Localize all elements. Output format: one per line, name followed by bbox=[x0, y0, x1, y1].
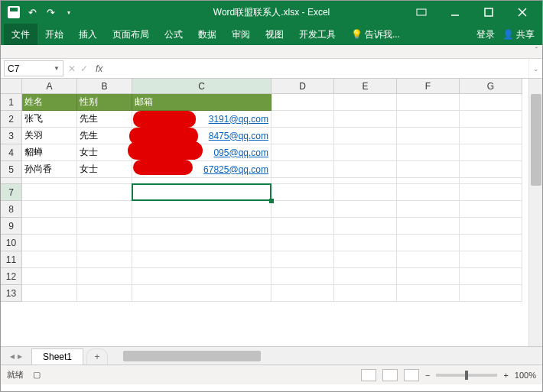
ribbon-body: ˇ bbox=[1, 45, 542, 59]
cell-B4[interactable]: 女士 bbox=[77, 144, 132, 161]
tab-insert[interactable]: 插入 bbox=[71, 24, 105, 45]
cell-G1[interactable] bbox=[460, 94, 522, 111]
col-header-C[interactable]: C bbox=[132, 79, 272, 94]
cell-A3[interactable]: 关羽 bbox=[22, 128, 77, 144]
fill-handle[interactable] bbox=[269, 199, 274, 203]
email-link[interactable]: 8475@qq.com bbox=[209, 131, 268, 141]
row-header-7[interactable]: 7 bbox=[1, 184, 22, 201]
cell-B3[interactable]: 先生 bbox=[77, 128, 132, 144]
sheet-nav[interactable]: ◂▸ bbox=[1, 347, 31, 364]
cell-A5[interactable]: 孙尚香 bbox=[22, 161, 77, 178]
redo-icon[interactable]: ↷ bbox=[44, 5, 57, 19]
col-header-G[interactable]: G bbox=[460, 79, 522, 94]
chevron-right-icon[interactable]: ▸ bbox=[18, 351, 22, 361]
row-header-2[interactable]: 2 bbox=[1, 111, 22, 128]
table-row bbox=[22, 178, 528, 184]
row-header-9[interactable]: 9 bbox=[1, 218, 22, 235]
chevron-down-icon[interactable]: ▼ bbox=[54, 65, 60, 72]
cell-B5[interactable]: 女士 bbox=[77, 161, 132, 178]
tab-formulas[interactable]: 公式 bbox=[157, 24, 190, 45]
collapse-ribbon-icon[interactable]: ˇ bbox=[535, 47, 538, 55]
login-link[interactable]: 登录 bbox=[469, 24, 502, 45]
tab-home[interactable]: 开始 bbox=[37, 24, 71, 45]
row-header-11[interactable]: 11 bbox=[1, 251, 22, 268]
col-header-B[interactable]: B bbox=[77, 79, 132, 94]
table-row: 孙尚香 女士 67825@qq.com bbox=[22, 161, 528, 178]
cell-A1[interactable]: 姓名 bbox=[22, 94, 77, 111]
zoom-out-button[interactable]: − bbox=[425, 371, 430, 380]
scroll-thumb[interactable] bbox=[531, 94, 541, 186]
formula-input[interactable] bbox=[106, 59, 528, 78]
cell-A2[interactable]: 张飞 bbox=[22, 111, 77, 128]
row-header-13[interactable]: 13 bbox=[1, 285, 22, 302]
vertical-scrollbar[interactable] bbox=[528, 79, 542, 346]
row-header-3[interactable]: 3 bbox=[1, 128, 22, 144]
zoom-level[interactable]: 100% bbox=[515, 371, 536, 380]
email-link[interactable]: 095@qq.com bbox=[213, 147, 268, 158]
save-icon[interactable] bbox=[7, 5, 21, 19]
cell-C1[interactable]: 邮箱 bbox=[132, 94, 272, 111]
cell-B1[interactable]: 性别 bbox=[77, 94, 132, 111]
chevron-left-icon[interactable]: ◂ bbox=[10, 351, 15, 361]
row-header-4[interactable]: 4 bbox=[1, 144, 22, 161]
worksheet-grid[interactable]: A B C D E F G 1 2 3 4 5 7 8 9 10 11 12 1… bbox=[1, 79, 542, 346]
zoom-in-button[interactable]: + bbox=[503, 371, 508, 380]
column-headers: A B C D E F G bbox=[22, 79, 528, 94]
sheet-tab-bar: ◂▸ Sheet1 + bbox=[1, 346, 542, 364]
tab-developer[interactable]: 开发工具 bbox=[291, 24, 343, 45]
row-header-8[interactable]: 8 bbox=[1, 201, 22, 218]
email-link[interactable]: 3191@qq.com bbox=[209, 114, 268, 125]
row-header-6[interactable] bbox=[1, 178, 22, 184]
name-box-value: C7 bbox=[8, 63, 19, 74]
name-box[interactable]: C7 ▼ bbox=[4, 60, 63, 76]
sheet-tab[interactable]: Sheet1 bbox=[31, 348, 83, 364]
email-link[interactable]: 67825@qq.com bbox=[203, 164, 268, 175]
zoom-slider[interactable] bbox=[436, 374, 497, 377]
cell-C7[interactable] bbox=[132, 184, 272, 201]
close-icon[interactable] bbox=[507, 1, 538, 24]
row-header-10[interactable]: 10 bbox=[1, 235, 22, 251]
fx-icon[interactable]: fx bbox=[93, 59, 106, 78]
col-header-E[interactable]: E bbox=[334, 79, 397, 94]
tab-data[interactable]: 数据 bbox=[190, 24, 224, 45]
horizontal-scrollbar[interactable] bbox=[123, 347, 542, 364]
cell-F1[interactable] bbox=[397, 94, 460, 111]
col-header-F[interactable]: F bbox=[397, 79, 460, 94]
minimize-icon[interactable] bbox=[440, 1, 470, 24]
tab-layout[interactable]: 页面布局 bbox=[105, 24, 157, 45]
undo-icon[interactable]: ↶ bbox=[25, 5, 39, 19]
tab-file[interactable]: 文件 bbox=[4, 24, 37, 45]
add-sheet-button[interactable]: + bbox=[86, 348, 108, 364]
cells-area[interactable]: 姓名 性别 邮箱 张飞 先生 3191@qq.com 关羽 先生 8475@qq… bbox=[22, 94, 528, 346]
cell-D1[interactable] bbox=[272, 94, 334, 111]
qat-dropdown-icon[interactable]: ▾ bbox=[62, 5, 76, 19]
row-header-12[interactable]: 12 bbox=[1, 268, 22, 285]
title-bar: ↶ ↷ ▾ Word联盟联系人.xlsx - Excel bbox=[1, 1, 542, 24]
cell-A4[interactable]: 貂蝉 bbox=[22, 144, 77, 161]
cell-B2[interactable]: 先生 bbox=[77, 111, 132, 128]
row-header-1[interactable]: 1 bbox=[1, 94, 22, 111]
status-bar: 就绪 ▢ − + 100% bbox=[1, 364, 542, 384]
tab-view[interactable]: 视图 bbox=[258, 24, 291, 45]
maximize-icon[interactable] bbox=[473, 1, 504, 24]
enter-icon: ✓ bbox=[80, 63, 88, 74]
normal-view-icon[interactable] bbox=[361, 369, 376, 381]
svg-rect-0 bbox=[417, 9, 426, 15]
expand-formula-icon[interactable]: ⌄ bbox=[528, 59, 542, 78]
tab-review[interactable]: 审阅 bbox=[224, 24, 258, 45]
page-layout-view-icon[interactable] bbox=[382, 369, 398, 381]
page-break-view-icon[interactable] bbox=[404, 369, 419, 381]
cell-E1[interactable] bbox=[334, 94, 397, 111]
row-header-5[interactable]: 5 bbox=[1, 161, 22, 178]
share-button[interactable]: 👤共享 bbox=[502, 24, 542, 45]
redaction bbox=[133, 160, 193, 175]
col-header-A[interactable]: A bbox=[22, 79, 77, 94]
scroll-thumb[interactable] bbox=[123, 351, 261, 361]
col-header-D[interactable]: D bbox=[272, 79, 334, 94]
tell-me[interactable]: 💡告诉我... bbox=[343, 24, 408, 45]
ribbon-options-icon[interactable] bbox=[406, 1, 437, 24]
select-all-corner[interactable] bbox=[1, 79, 22, 94]
table-row bbox=[22, 218, 528, 235]
table-row: 姓名 性别 邮箱 bbox=[22, 94, 528, 111]
macro-record-icon[interactable]: ▢ bbox=[33, 370, 41, 380]
